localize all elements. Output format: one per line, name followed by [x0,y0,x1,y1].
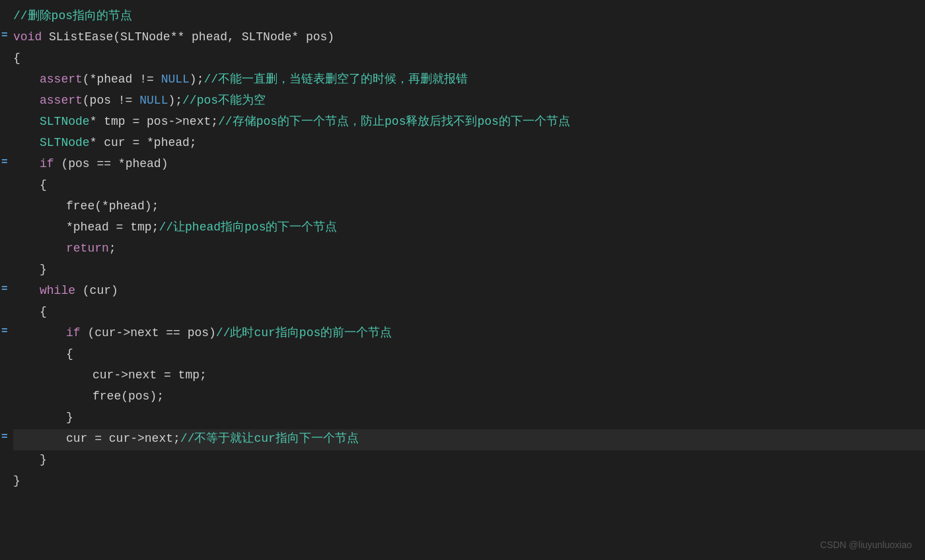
code-token: * cur = *phead; [90,133,197,153]
code-line: { [13,49,925,70]
code-line: } [13,408,925,429]
code-line: =while (cur) [13,281,925,302]
watermark: CSDN @liuyunluoxiao [820,538,912,552]
code-token: { [40,302,47,322]
code-line: { [13,176,925,197]
code-line: } [13,260,925,281]
code-token: ); [168,91,182,110]
code-line: =cur = cur->next;//不等于就让cur指向下一个节点 [13,429,925,450]
code-line: } [13,472,925,493]
code-editor: //删除pos指向的节点=void SListEase(SLTNode** ph… [0,0,925,499]
code-token: cur->next = tmp; [92,366,207,385]
code-token: ); [190,70,204,89]
code-token: //pos不能为空 [182,91,266,110]
code-line: } [13,450,925,472]
code-token: NULL [139,91,168,110]
code-line: //删除pos指向的节点 [13,7,925,28]
code-token: { [40,176,47,195]
code-token: NULL [161,70,190,89]
gutter-mark: = [1,28,8,45]
code-line: cur->next = tmp; [13,366,925,387]
code-token: (cur) [75,281,118,300]
code-token: ; [109,239,116,258]
code-line: free(pos); [13,387,925,408]
code-line: assert(pos != NULL);//pos不能为空 [13,91,925,112]
code-line: =void SListEase(SLTNode** phead, SLTNode… [13,28,925,49]
gutter-mark: = [1,429,8,446]
code-token: { [13,49,20,68]
code-token: SLTNode [40,133,90,153]
code-token: * tmp = pos->next; [90,112,218,131]
code-token: } [66,408,73,427]
code-token: (pos == *phead) [54,155,168,174]
code-token: } [13,472,20,491]
code-line: return; [13,239,925,260]
code-token: *phead = tmp; [66,218,159,237]
code-token: cur = cur->next; [66,429,180,448]
code-line: SLTNode* tmp = pos->next;//存储pos的下一个节点，防… [13,112,925,133]
gutter-mark: = [1,155,8,172]
code-line: assert(*phead != NULL);//不能一直删，当链表删空了的时候… [13,70,925,91]
code-token: if [66,324,81,343]
code-token: SLTNode [40,112,90,131]
code-line: free(*phead); [13,197,925,218]
code-token: //不能一直删，当链表删空了的时候，再删就报错 [204,70,468,89]
code-token: //让phead指向pos的下一个节点 [159,218,337,237]
gutter-mark: = [1,324,8,341]
code-token: //存储pos的下一个节点，防止pos释放后找不到pos的下一个节点 [218,112,570,131]
code-token: if [40,155,54,174]
code-token: void [13,28,42,47]
code-token: while [40,281,75,300]
code-line: =if (cur->next == pos)//此时cur指向pos的前一个节点 [13,324,925,345]
code-line: { [13,345,925,366]
code-token: return [66,239,109,258]
code-token: assert [40,70,83,89]
code-token: (*phead != [83,70,161,89]
code-line: =if (pos == *phead) [13,155,925,176]
code-token: } [40,260,47,279]
code-token: free(*phead); [66,197,159,216]
code-token: (pos != [83,91,139,110]
code-token: } [40,450,47,470]
code-token: assert [40,91,83,110]
code-token: (cur->next == pos) [81,324,216,343]
code-token: //删除pos指向的节点 [13,7,132,26]
code-line: { [13,302,925,324]
code-token: //此时cur指向pos的前一个节点 [216,324,392,343]
code-token: //不等于就让cur指向下一个节点 [180,429,359,448]
code-token: SListEase(SLTNode** phead, SLTNode* pos) [42,28,334,47]
gutter-mark: = [1,281,8,298]
code-line: SLTNode* cur = *phead; [13,133,925,155]
code-token: free(pos); [92,387,164,406]
code-token: { [66,345,73,364]
code-line: *phead = tmp;//让phead指向pos的下一个节点 [13,218,925,239]
